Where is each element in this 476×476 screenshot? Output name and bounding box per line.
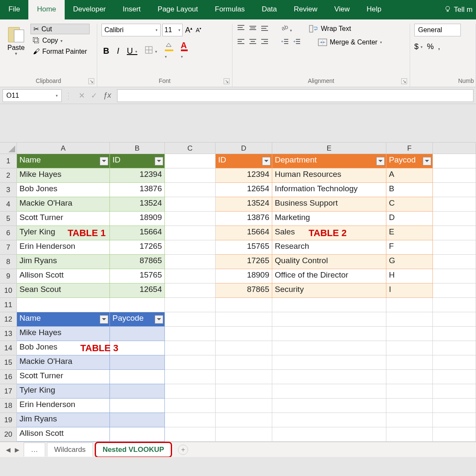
new-sheet-button[interactable]: +: [178, 445, 188, 455]
table3-name-cell[interactable]: Mackie O'Hara: [17, 355, 110, 370]
table3-name-cell[interactable]: Scott Turner: [17, 370, 110, 384]
sheet-tab-wildcards[interactable]: Wildcards: [47, 443, 93, 457]
table3-header-name[interactable]: Name: [17, 312, 110, 327]
row-header-15[interactable]: 15: [0, 355, 17, 370]
cell[interactable]: [386, 312, 433, 327]
table2-paycode-cell[interactable]: H: [386, 269, 433, 283]
cell[interactable]: [17, 298, 110, 312]
cell[interactable]: [272, 341, 386, 355]
cell[interactable]: [433, 255, 476, 269]
fx-icon[interactable]: ƒx: [103, 91, 111, 100]
cell[interactable]: [272, 399, 386, 413]
row-header-11[interactable]: 11: [0, 298, 17, 312]
table2-dept-cell[interactable]: Information Technology: [272, 183, 386, 197]
table2-dept-cell[interactable]: Office of the Director: [272, 269, 386, 283]
table2-dept-cell[interactable]: Sales: [272, 226, 386, 240]
table3-paycode-cell[interactable]: [110, 341, 165, 355]
row-header-14[interactable]: 14: [0, 341, 17, 355]
cell[interactable]: [433, 312, 476, 327]
copy-button[interactable]: ⿻ Copy ▾: [30, 36, 90, 45]
table1-id-cell[interactable]: 18909: [110, 212, 165, 226]
paste-button[interactable]: Paste ▼: [4, 24, 28, 56]
sheet-tab-nested-vlookup[interactable]: Nested VLOOKUP: [95, 442, 172, 457]
align-left-button[interactable]: [237, 38, 245, 47]
table1-name-cell[interactable]: Jim Ryans: [17, 255, 110, 269]
row-header-6[interactable]: 6: [0, 226, 17, 240]
table3-name-cell[interactable]: Mike Hayes: [17, 327, 110, 341]
table2-header-id[interactable]: ID: [216, 154, 272, 168]
cell[interactable]: [433, 197, 476, 212]
cell[interactable]: [272, 427, 386, 442]
filter-dropdown-button[interactable]: [423, 157, 431, 165]
cell[interactable]: [272, 298, 386, 312]
row-header-18[interactable]: 18: [0, 399, 17, 413]
cell[interactable]: [272, 384, 386, 399]
cell[interactable]: [272, 413, 386, 427]
row-header-1[interactable]: 1: [0, 154, 17, 168]
table3-name-cell[interactable]: Tyler King: [17, 384, 110, 399]
comma-format-button[interactable]: ,: [438, 42, 440, 51]
format-painter-button[interactable]: 🖌 Format Painter: [30, 47, 90, 56]
col-header-E[interactable]: E: [272, 143, 386, 154]
cell[interactable]: [165, 399, 216, 413]
table2-dept-cell[interactable]: Human Resources: [272, 168, 386, 183]
cell[interactable]: [433, 183, 476, 197]
cell[interactable]: [272, 370, 386, 384]
col-header-C[interactable]: C: [165, 143, 216, 154]
table2-id-cell[interactable]: 13876: [216, 212, 272, 226]
cell[interactable]: [386, 327, 433, 341]
row-header-2[interactable]: 2: [0, 168, 17, 183]
increase-indent-button[interactable]: [293, 38, 301, 47]
percent-format-button[interactable]: %: [427, 42, 434, 51]
cell[interactable]: [165, 255, 216, 269]
cell[interactable]: [386, 427, 433, 442]
table2-id-cell[interactable]: 12394: [216, 168, 272, 183]
table2-paycode-cell[interactable]: I: [386, 283, 433, 298]
table2-id-cell[interactable]: 18909: [216, 269, 272, 283]
menu-file[interactable]: File: [0, 0, 28, 19]
align-bottom-button[interactable]: [260, 24, 269, 33]
orientation-button[interactable]: ab▾: [281, 24, 292, 34]
cell[interactable]: [433, 226, 476, 240]
align-top-button[interactable]: [237, 24, 245, 33]
cell[interactable]: [272, 327, 386, 341]
font-size-select[interactable]: 11 ▾: [162, 24, 183, 36]
row-header-12[interactable]: 12: [0, 312, 17, 327]
menu-help[interactable]: Help: [358, 0, 390, 19]
cell[interactable]: [272, 312, 386, 327]
table1-name-cell[interactable]: Mackie O'Hara: [17, 197, 110, 212]
cell[interactable]: [165, 312, 216, 327]
merge-center-button[interactable]: Merge & Center ▾: [316, 37, 384, 47]
cell[interactable]: [165, 413, 216, 427]
italic-button[interactable]: I: [115, 46, 121, 56]
align-center-button[interactable]: [249, 38, 257, 47]
table2-paycode-cell[interactable]: A: [386, 168, 433, 183]
cell[interactable]: [165, 283, 216, 298]
table3-name-cell[interactable]: Jim Ryans: [17, 413, 110, 427]
font-dialog-launcher[interactable]: ↘: [224, 78, 230, 84]
col-header-B[interactable]: B: [110, 143, 165, 154]
alignment-dialog-launcher[interactable]: ↘: [401, 78, 407, 84]
grow-font-button[interactable]: A▴: [184, 26, 193, 35]
table2-id-cell[interactable]: 15664: [216, 226, 272, 240]
cell[interactable]: [165, 226, 216, 240]
cancel-icon[interactable]: ✕: [79, 91, 85, 100]
table3-paycode-cell[interactable]: [110, 327, 165, 341]
table1-name-cell[interactable]: Erin Henderson: [17, 240, 110, 255]
wrap-text-button[interactable]: Wrap Text: [307, 24, 353, 34]
cell[interactable]: [433, 212, 476, 226]
font-name-select[interactable]: Calibri ▾: [101, 24, 161, 36]
table1-name-cell[interactable]: Mike Hayes: [17, 168, 110, 183]
cell[interactable]: [165, 212, 216, 226]
bold-button[interactable]: B: [101, 46, 111, 56]
font-color-button[interactable]: A ▾: [179, 41, 189, 61]
cell[interactable]: [216, 427, 272, 442]
menu-formulas[interactable]: Formulas: [206, 0, 253, 19]
cell[interactable]: [386, 413, 433, 427]
row-header-16[interactable]: 16: [0, 370, 17, 384]
table1-id-cell[interactable]: 13524: [110, 197, 165, 212]
filter-dropdown-button[interactable]: [100, 157, 108, 165]
table2-id-cell[interactable]: 12654: [216, 183, 272, 197]
cell[interactable]: [386, 341, 433, 355]
table3-paycode-cell[interactable]: [110, 384, 165, 399]
